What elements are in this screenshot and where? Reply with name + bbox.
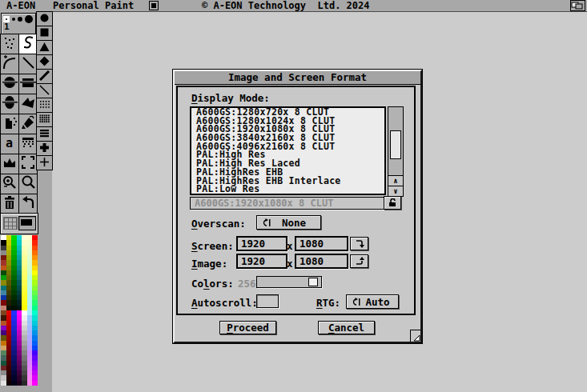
tool-define-brush[interactable] <box>19 154 37 174</box>
tool-line[interactable] <box>19 54 37 74</box>
tool-airbrush[interactable] <box>1 114 18 134</box>
tool-magnify[interactable] <box>19 174 37 194</box>
brush-size-2[interactable] <box>12 18 15 21</box>
backslash-brush-icon <box>38 83 50 98</box>
tool-text[interactable]: a <box>1 134 18 154</box>
brush-cross[interactable] <box>37 142 52 155</box>
dialog-title[interactable]: Image and Screen Format <box>175 71 420 85</box>
rtg-cycle[interactable]: Auto <box>346 294 399 309</box>
slash-brush-icon <box>38 69 50 84</box>
dense-dots-brush-icon <box>38 112 50 127</box>
palette-color[interactable] <box>6 381 12 386</box>
colors-slider-thumb[interactable] <box>308 278 318 286</box>
list-scrollbar[interactable] <box>388 106 404 178</box>
screen-x-separator: x <box>287 240 293 252</box>
brush-size-selector[interactable]: 1 <box>1 13 36 34</box>
triangle-brush-icon <box>38 40 50 55</box>
palette-column <box>11 235 17 386</box>
palette-color[interactable] <box>11 381 17 386</box>
screen-height-field[interactable]: 1080 <box>295 236 348 251</box>
resize-handle-icon[interactable] <box>410 330 420 342</box>
copy-screen-to-image-button[interactable] <box>350 237 368 250</box>
tool-undo[interactable] <box>19 194 37 214</box>
display-mode-label: Display Mode: <box>191 92 270 104</box>
personal-paint-icon <box>149 1 159 13</box>
screen-label: Screen: <box>191 240 234 252</box>
overscan-cycle[interactable]: None <box>256 215 321 230</box>
palette-grid-icon[interactable] <box>3 217 18 230</box>
autoscroll-checkbox[interactable] <box>256 294 279 308</box>
palette-color[interactable] <box>22 381 27 386</box>
palette-color[interactable] <box>1 381 6 386</box>
text-icon: a <box>2 134 18 154</box>
brush-dots-sparse[interactable] <box>37 98 52 112</box>
brush-size-4[interactable] <box>25 15 33 23</box>
selected-mode-field[interactable]: A600GS:1920x1080x 8 CLUT <box>190 197 386 210</box>
palette-column <box>1 235 6 386</box>
overscan-label: Overscan: <box>191 218 246 230</box>
tool-zoom-in[interactable] <box>1 174 18 194</box>
tool-trash[interactable] <box>1 194 18 214</box>
screen-title-left: A-EON <box>6 0 35 11</box>
image-width-field[interactable]: 1920 <box>236 254 287 269</box>
mode-lock-button[interactable] <box>384 196 401 210</box>
ellipse-tool-icon <box>2 94 18 114</box>
rect-tool-icon <box>20 74 36 94</box>
tool-rectangle[interactable] <box>19 74 37 94</box>
tool-freehand[interactable] <box>19 34 37 54</box>
tool-gradient[interactable] <box>19 134 37 154</box>
palette-column <box>32 235 38 386</box>
brush-triangle[interactable] <box>37 41 52 54</box>
rtg-value: Auto <box>360 296 398 308</box>
display-mode-item[interactable]: PAL:Low Res <box>191 185 384 194</box>
colors-label: Colors: <box>191 278 234 290</box>
brush-size-3[interactable] <box>18 17 22 22</box>
overscan-value: None <box>271 217 320 229</box>
colors-slider[interactable] <box>256 276 322 288</box>
brush-round[interactable] <box>37 12 52 26</box>
brush-plus[interactable] <box>37 156 52 170</box>
image-x-separator: x <box>287 258 293 270</box>
display-mode-list[interactable]: A600GS:1280x720x 8 CLUTA600GS:1280x1024x… <box>190 106 386 195</box>
builtin-brush-column <box>36 11 53 170</box>
crown-icon <box>2 154 18 174</box>
tool-brush-pickup[interactable] <box>1 154 18 174</box>
undo-icon <box>20 194 36 214</box>
tool-circle[interactable] <box>1 74 18 94</box>
image-label: Image: <box>191 258 227 270</box>
brush-lines[interactable] <box>37 127 52 141</box>
tool-polygon[interactable] <box>19 94 37 114</box>
tool-fill[interactable] <box>19 114 37 134</box>
scroll-arrows: ∧ ∨ <box>388 175 404 197</box>
screen-depth-gadget-icon[interactable] <box>570 0 585 11</box>
tool-dotted-freehand[interactable] <box>1 34 18 54</box>
palette-color[interactable] <box>17 381 22 386</box>
image-height-field[interactable]: 1080 <box>295 254 348 269</box>
brush-square[interactable] <box>37 26 52 40</box>
palette-color[interactable] <box>32 381 38 386</box>
scroll-up-icon[interactable]: ∧ <box>388 176 403 186</box>
autoscroll-label: Autoscroll: <box>191 297 258 309</box>
current-color-swatch <box>21 219 32 226</box>
scrollbar-thumb[interactable] <box>390 130 401 159</box>
screen-width-field[interactable]: 1920 <box>236 236 287 251</box>
copy-image-to-screen-button[interactable] <box>350 254 368 268</box>
lock-icon <box>388 195 397 210</box>
arrow-down-curve-icon <box>355 236 364 251</box>
cancel-button[interactable]: Cancel <box>318 321 375 334</box>
tool-ellipse[interactable] <box>1 94 18 114</box>
polygon-tool-icon <box>20 94 36 114</box>
brush-size-number: 1 <box>4 22 10 32</box>
tool-curve[interactable] <box>1 54 18 74</box>
brush-dots-dense[interactable] <box>37 113 52 126</box>
cycle-icon <box>350 298 360 306</box>
palette-color[interactable] <box>27 381 33 386</box>
brush-slash[interactable] <box>37 70 52 83</box>
brush-diamond[interactable] <box>37 55 52 69</box>
current-color-box[interactable] <box>18 216 36 230</box>
diamond-brush-icon <box>38 54 50 70</box>
brush-backslash[interactable] <box>37 84 52 98</box>
image-screen-format-dialog: Image and Screen Format Display Mode: A6… <box>173 70 422 343</box>
proceed-button[interactable]: Proceed <box>219 321 276 334</box>
copyright-text: © A-EON Technology Ltd. 2024 <box>202 0 370 11</box>
